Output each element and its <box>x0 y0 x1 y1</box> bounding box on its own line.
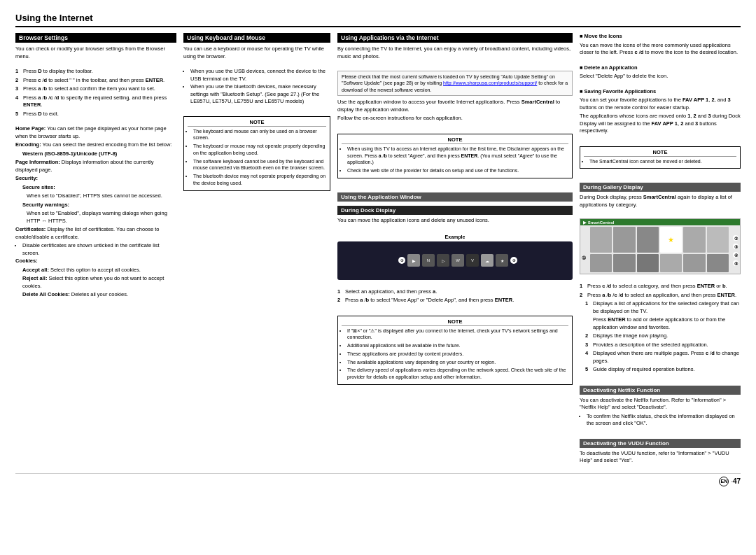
gallery-sub-steps: 1 Displays a list of applications for th… <box>585 300 741 374</box>
sc-cell-star: ★ <box>660 227 682 253</box>
keyboard-mouse-header: Using Keyboard and Mouse <box>183 33 330 43</box>
move-icons-title: ■ Move the Icons <box>580 33 741 41</box>
deactivate-netflix-text: You can deactivate the Netflix function.… <box>580 397 741 412</box>
gallery-step-2: 2 Press a /b /c /d to select an applicat… <box>580 292 741 300</box>
dock-icon-7: ★ <box>496 254 508 267</box>
gallery-sub-step-5: 5 Guide display of required operation bu… <box>585 366 741 374</box>
gallery-sub-step-4: 4 Displayed when there are multiple page… <box>585 350 741 365</box>
dock-display-text: You can move the application icons and d… <box>337 217 573 225</box>
dock-note2-item4: The available applications vary dependin… <box>347 359 568 366</box>
kb-bullet-2: When you use the bluetooth devices, make… <box>190 83 330 106</box>
saving-fav-title: ■ Saving Favorite Applications <box>580 88 741 96</box>
certificates-item: Certificates: Display the list of certif… <box>15 226 176 241</box>
sc-cell-10 <box>660 254 682 272</box>
dock-note2-item2: Additional applications will be availabl… <box>347 342 568 349</box>
keyboard-note-box: NOTE The keyboard and mouse can only be … <box>183 116 330 191</box>
saving-fav-text2: The applications whose icons are moved o… <box>580 113 741 135</box>
keyboard-note-list: The keyboard and mouse can only be used … <box>188 128 326 187</box>
secure-sites-item: Secure sites: <box>22 184 176 192</box>
sc-right-numbers: ② ③ ④ ⑤ <box>733 235 738 266</box>
browser-settings-intro: You can check or modify your browser set… <box>15 45 176 60</box>
browser-settings-header: Browser Settings <box>15 33 176 43</box>
dock-icon-4: W <box>451 254 464 267</box>
app-note1-title: NOTE <box>342 136 568 144</box>
dock-icon-6: ☁ <box>481 254 493 267</box>
applications-note1: NOTE When using this TV to access an Int… <box>337 134 573 178</box>
dock-note2: NOTE If "⊠×" or "⚠" is displayed after y… <box>337 316 573 386</box>
dock-icon-3: ▷ <box>437 254 449 267</box>
cert-bullet: Disable certificates are shown unticked … <box>22 242 176 257</box>
gallery-sub-step-2: 2 Displays the image now playing. <box>585 332 741 340</box>
app-window-header: Using the Application Window <box>337 192 573 202</box>
gallery-text: During Dock display, press SmartCentral … <box>580 194 741 209</box>
keyboard-note-title: NOTE <box>188 119 326 127</box>
deactivate-netflix-header: Deactivating Netflix Function <box>580 386 741 395</box>
dock-steps-list: 1 Select an application, and then press … <box>337 288 573 304</box>
smartcentral-image: ▶ SmartCentral ① ★ <box>580 218 741 274</box>
applications-body1: Use the application window to access you… <box>337 99 573 113</box>
move-icons-text: You can move the icons of the more commo… <box>580 42 741 57</box>
kb-note-3: The software keyboard cannot be used by … <box>193 158 326 172</box>
sc-header: ▶ SmartCentral <box>580 219 740 225</box>
home-page-item: Home Page: You can set the page displaye… <box>15 125 176 140</box>
col4-note-list: The SmartCentral icon cannot be moved or… <box>584 158 736 165</box>
gallery-display-header: During Gallery Display <box>580 183 741 192</box>
col1-browser-settings: Browser Settings You can check or modify… <box>15 33 176 466</box>
dock-note2-item3: These applications are provided by conte… <box>347 351 568 358</box>
cookies-item: Cookies: <box>15 258 176 265</box>
app-note1-list: When using this TV to access an Internet… <box>342 146 568 174</box>
deactivate-vudu-header: Deactivating the VUDU Function <box>580 439 741 448</box>
encoding-sub: Western (ISO-8859-1)/Unicode (UTF-8) <box>22 150 176 158</box>
sc-cell-5 <box>683 227 705 253</box>
deactivate-vudu-text: To deactivate the VUDU function, refer t… <box>580 450 741 465</box>
keyboard-mouse-intro: You can use a keyboard or mouse for oper… <box>183 45 330 60</box>
sc-cell-1 <box>590 227 612 253</box>
page-number: 47 <box>733 477 741 485</box>
sc-cell-2 <box>613 227 635 253</box>
gallery-steps-list: 1 Press c /d to select a category, and t… <box>580 283 741 299</box>
dock-icon-1: ▶ <box>407 254 420 267</box>
col4-note: NOTE The SmartCentral icon cannot be mov… <box>580 146 741 169</box>
applications-intro: By connecting the TV to the Internet, yo… <box>337 45 573 60</box>
app-note1-item1: When using this TV to access an Internet… <box>347 146 568 166</box>
secure-sites-text: When set to "Disabled", HTTPS sites cann… <box>27 192 176 200</box>
sc-cell-8 <box>613 254 635 272</box>
delete-app-text: Select "Delete App" to delete the icon. <box>580 73 741 80</box>
dock-note2-item5: The delivery speed of applications varie… <box>347 367 568 381</box>
delete-all-item: Delete All Cookies: Deletes all your coo… <box>22 291 176 299</box>
applications-body2: Follow the on-screen instructions for ea… <box>337 115 573 122</box>
col4-note-title: NOTE <box>584 149 736 157</box>
sc-cell-6 <box>707 227 729 253</box>
sc-cell-11 <box>683 254 705 272</box>
dock-step-2: 2 Press a /b to select "Move App" or "De… <box>337 297 573 304</box>
page-info-item: Page Information: Displays information a… <box>15 159 176 174</box>
kb-note-1: The keyboard and mouse can only be used … <box>193 128 326 142</box>
dock-icon-5: V <box>466 254 479 267</box>
dock-step-1: 1 Select an application, and then press … <box>337 288 573 296</box>
security-item: Security: <box>15 175 176 183</box>
dock-note2-title: NOTE <box>342 318 568 326</box>
sc-cell-3 <box>637 227 659 253</box>
kb-note-2: The keyboard or mouse may not operate pr… <box>193 143 326 157</box>
gallery-sub-step-1: 1 Displays a list of applications for th… <box>585 300 741 315</box>
applications-warning: Please check that the most current softw… <box>337 71 573 96</box>
page-footer: EN - 47 <box>15 473 741 486</box>
app-note1-item2: Check the web site of the provider for d… <box>347 167 568 174</box>
example-label: Example <box>337 234 573 239</box>
security-warnings-text: When set to "Enabled", displays warning … <box>27 210 176 225</box>
accept-all-item: Accept all: Select this option to accept… <box>22 267 176 274</box>
browser-step-2: 2 Press c /d to select " " in the toolba… <box>15 77 176 85</box>
sc-left-number: ① <box>582 235 586 281</box>
kb-note-4: The bluetooth device may not operate pro… <box>193 173 326 187</box>
encoding-item: Encoding: You can select the desired enc… <box>15 141 176 149</box>
delete-app-title: ■ Delete an Application <box>580 64 741 72</box>
browser-steps-list: 1 Press D to display the toolbar. 2 Pres… <box>15 68 176 118</box>
applications-header: Using Applications via the Internet <box>337 33 573 43</box>
sc-cell-12 <box>707 254 729 272</box>
dock-icon-2: N <box>422 254 435 267</box>
col4-right: ■ Move the Icons You can move the icons … <box>580 33 741 466</box>
gallery-step-1: 1 Press c /d to select a category, and t… <box>580 283 741 290</box>
dock-circle-1: ① <box>398 257 405 264</box>
col2-keyboard-mouse: Using Keyboard and Mouse You can use a k… <box>183 33 330 466</box>
gallery-sub-step-3: 3 Provides a description of the selected… <box>585 342 741 349</box>
